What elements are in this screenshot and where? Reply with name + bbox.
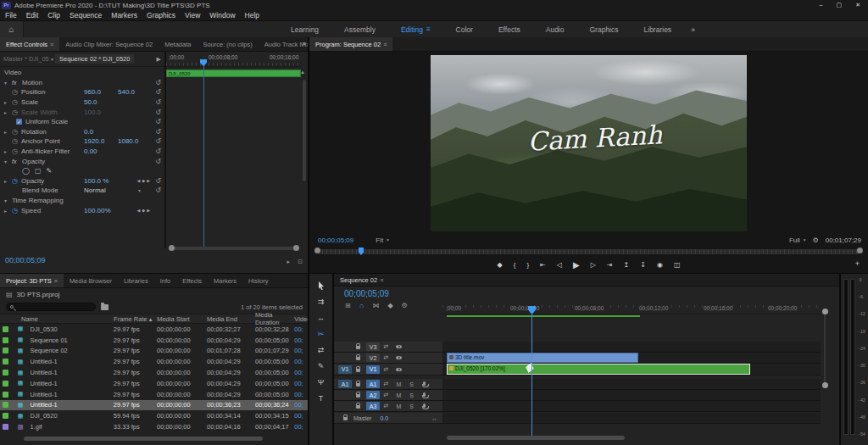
workspace-overflow-icon[interactable]: » [691,25,695,34]
nest-sequence-icon[interactable]: ⊞ [345,302,351,309]
menu-view[interactable]: View [185,11,200,19]
solo-button[interactable]: S [405,403,418,409]
ec-row-motion[interactable]: ▾ fx Motion ↺ [0,78,164,88]
mute-button[interactable]: M [392,381,405,387]
timeline-timecode[interactable]: 00;00;05;09 [344,289,389,298]
source-patch-a1[interactable]: A1 [338,380,352,388]
stopwatch-icon[interactable]: ◷ [12,147,21,155]
hand-tool[interactable]: Ψ [318,377,325,387]
go-to-in-icon[interactable]: ⇤ [540,261,546,269]
sync-lock-icon[interactable]: ⇄ [380,343,392,350]
workspace-tab-assembly[interactable]: Assembly [331,25,388,34]
tab-project[interactable]: Project: 3D PTS≡ [0,274,64,287]
ec-row-opacity[interactable]: ▸ ◷ Opacity 100.0 % ◀ ◆ ▶ ↺ [0,176,164,186]
tab-media-browser[interactable]: Media Browser [64,274,118,287]
label-color-chip[interactable] [3,326,8,332]
tab-metadata[interactable]: Metadata [159,37,197,51]
effect-controls-mini-ruler[interactable]: ;00;00 00;00;08;00 00;00;16;00 [166,52,301,67]
tab-audio-track-mixer[interactable]: Audio Track Mixer: Se [259,37,308,51]
go-to-out-icon[interactable]: ⇥ [607,261,613,269]
tab-sequence-02[interactable]: Sequence 02≡ [334,274,389,286]
selection-tool[interactable] [318,281,325,291]
sync-lock-icon[interactable]: ⇄ [380,366,392,373]
program-scrubber[interactable] [318,249,860,254]
settings-wrench-icon[interactable]: ⚙ [813,236,819,244]
tab-history[interactable]: History [242,274,274,287]
clip-dji-0520[interactable]: DJI_0520 [170.02%] [447,364,750,375]
ec-row-position[interactable]: ◷ Position 960.0 540.0 ↺ [0,87,164,97]
label-color-chip[interactable] [3,392,8,398]
stopwatch-icon[interactable]: ◷ [12,98,21,106]
anchor-x-value[interactable]: 1920.0 [84,137,104,145]
label-color-chip[interactable] [3,413,8,419]
track-target-a3[interactable]: A3 [366,402,380,410]
sync-lock-icon[interactable]: ⇄ [380,403,392,409]
expand-icon[interactable]: ▸ [4,148,12,154]
collapse-icon[interactable]: ▾ [4,197,12,203]
home-icon[interactable]: ⌂ [0,21,24,37]
menu-markers[interactable]: Markers [111,11,137,19]
reset-icon[interactable]: ↺ [155,98,161,106]
table-row[interactable]: ▦ Untitled-1 29.97 fps 00;00;00;00 00;00… [0,356,308,367]
menu-file[interactable]: File [5,11,17,19]
track-target-v1[interactable]: V1 [366,365,380,374]
workspace-tab-graphics[interactable]: Graphics [577,25,632,34]
expand-icon[interactable]: ▸ [4,129,12,135]
label-color-chip[interactable] [3,337,8,343]
stopwatch-icon[interactable]: ◷ [12,177,21,185]
mark-out-icon[interactable]: } [526,261,529,269]
table-row[interactable]: ▦ Sequence 02 29.97 fps 00;00;00;00 00;0… [0,346,308,357]
master-gain-value[interactable]: 0.0 [380,415,388,421]
tab-effects[interactable]: Effects [176,274,208,287]
add-marker-icon[interactable]: ◆ [498,261,503,269]
step-forward-icon[interactable]: ▷ [591,261,596,269]
maximize-button[interactable]: ▢ [837,2,843,8]
ripple-edit-tool[interactable]: ↔ [317,313,325,323]
label-color-chip[interactable] [3,402,8,408]
speed-value[interactable]: 100.00% [84,207,111,214]
tab-markers[interactable]: Markers [208,274,242,287]
workspace-tab-audio[interactable]: Audio [533,25,577,34]
scrubber-playhead[interactable] [359,248,364,255]
menu-help[interactable]: Help [245,11,259,19]
next-keyframe-icon[interactable]: ▶ [147,208,150,213]
scrollbar-handle[interactable] [822,309,828,314]
ec-row-uniform-scale[interactable]: ✓ Uniform Scale ↺ [0,117,164,127]
table-row-selected[interactable]: ▦ Untitled-1 29.97 fps 00;00;00;00 00;00… [0,400,308,411]
reset-icon[interactable]: ↺ [155,177,161,185]
program-video-preview[interactable]: Cam Ranh [431,55,747,231]
add-keyframe-icon[interactable]: ◆ [142,178,145,183]
vertical-scrollbar[interactable] [303,80,306,181]
snap-icon[interactable]: ∩ [359,302,364,309]
sync-lock-icon[interactable]: ⇄ [380,354,392,361]
lift-icon[interactable]: ↥ [623,261,629,269]
reset-icon[interactable]: ↺ [155,137,161,145]
track-lane-v3[interactable] [442,342,821,353]
workspace-menu-icon[interactable]: ≡ [426,25,431,33]
menu-window[interactable]: Window [209,11,235,19]
track-target-a1[interactable]: A1 [366,380,380,388]
workspace-tab-editing[interactable]: Editing≡ [388,25,443,34]
anti-flicker-value[interactable]: 0.00 [84,147,97,155]
ec-row-scale-width[interactable]: ▸ ◷ Scale Width 100.0 ↺ [0,107,164,117]
stopwatch-icon[interactable]: ◷ [12,137,21,145]
collapse-icon[interactable]: ▾ [4,80,12,86]
track-lane-a2[interactable] [442,390,821,401]
ellipse-mask-icon[interactable]: ◯ [22,167,30,175]
column-media-start[interactable]: Media Start [157,315,207,323]
workspace-tab-learning[interactable]: Learning [278,25,331,34]
pen-tool[interactable]: ✎ [318,361,325,371]
audio-meter-panel[interactable]: 0 -6 -12 -18 -24 -30 -36 -42 -48 -54 [841,274,868,445]
project-breadcrumb[interactable]: ▤ 3D PTS.prproj [0,288,308,300]
position-y-value[interactable]: 540.0 [118,88,135,96]
track-lane-a1[interactable] [442,379,821,390]
collapse-icon[interactable]: ▾ [4,159,12,164]
table-row[interactable]: ▦ DJI_0520 59.94 fps 00;00;00;00 00;00;3… [0,410,308,421]
next-keyframe-icon[interactable]: ▶ [147,178,150,183]
mark-in-icon[interactable]: { [514,261,516,269]
comparison-view-icon[interactable]: ◫ [674,261,681,269]
stopwatch-icon[interactable]: ◷ [12,207,21,214]
column-video[interactable]: Video [294,315,308,323]
solo-button[interactable]: S [405,381,418,387]
panel-options-icon[interactable]: ⊡ [298,259,303,265]
